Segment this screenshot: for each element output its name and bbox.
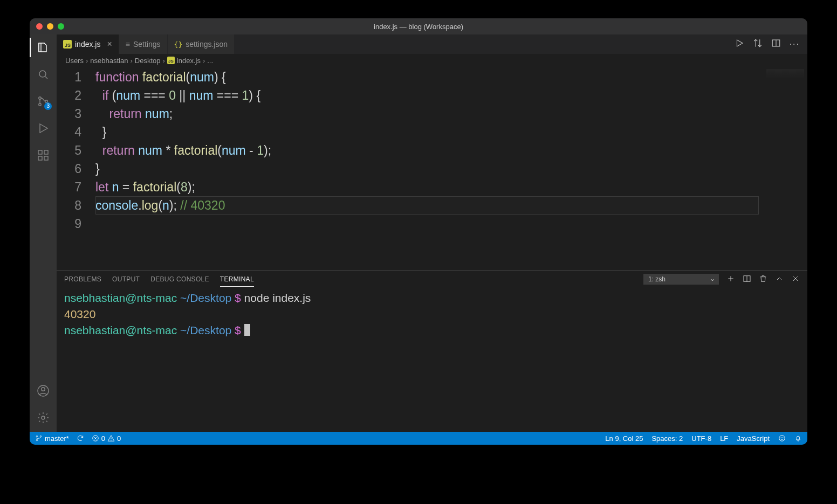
status-branch[interactable]: master* (35, 434, 69, 443)
code-line[interactable]: } (95, 160, 759, 178)
more-actions-icon[interactable]: ··· (790, 39, 800, 49)
tab-settings[interactable]: ≡ Settings (119, 34, 168, 54)
tab-label: Settings (133, 40, 161, 49)
status-eol[interactable]: LF (720, 434, 728, 443)
code-line[interactable]: console.log(n); // 40320 (95, 196, 759, 215)
breadcrumb[interactable]: Users› nsebhastian› Desktop› JS index.js… (57, 54, 807, 67)
explorer-icon[interactable] (36, 40, 51, 55)
run-debug-icon[interactable] (36, 121, 51, 136)
panel-tab-debug-console[interactable]: DEBUG CONSOLE (150, 272, 209, 286)
line-number: 9 (57, 215, 81, 233)
body-area: 3 JS index.js × (30, 34, 807, 432)
line-number-gutter: 123456789 (57, 67, 95, 270)
svg-point-10 (42, 416, 45, 419)
close-panel-icon[interactable] (791, 274, 800, 285)
editor[interactable]: 123456789 function factorial(num) { if (… (57, 67, 807, 270)
svg-point-14 (36, 439, 37, 440)
tab-label: index.js (75, 40, 100, 49)
code-line[interactable]: function factorial(num) { (95, 68, 759, 86)
settings-icon: ≡ (126, 40, 130, 49)
run-file-icon[interactable] (735, 38, 744, 50)
code-area[interactable]: function factorial(num) { if (num === 0 … (95, 67, 759, 270)
search-icon[interactable] (36, 67, 51, 82)
breadcrumb-segment[interactable]: Users (65, 57, 84, 65)
split-editor-icon[interactable] (771, 38, 781, 50)
breadcrumb-segment[interactable]: nsebhastian (90, 57, 128, 65)
terminal[interactable]: nsebhastian@nts-mac ~/Desktop $ node ind… (57, 288, 807, 432)
minimap[interactable] (759, 67, 807, 270)
compare-changes-icon[interactable] (753, 38, 763, 50)
scm-badge: 3 (44, 102, 52, 110)
line-number: 7 (57, 178, 81, 196)
js-file-icon: JS (63, 40, 72, 49)
branch-label: master* (45, 434, 69, 443)
maximize-window-button[interactable] (58, 23, 64, 30)
accounts-icon[interactable] (36, 383, 51, 398)
tab-close-icon[interactable]: × (107, 40, 112, 49)
vscode-window: index.js — blog (Workspace) 3 (30, 18, 807, 445)
svg-point-17 (111, 440, 112, 440)
svg-point-8 (42, 388, 45, 391)
panel-tab-problems[interactable]: PROBLEMS (64, 272, 101, 286)
tab-label: settings.json (186, 40, 228, 49)
minimize-window-button[interactable] (47, 23, 53, 30)
line-number: 8 (57, 196, 81, 215)
code-line[interactable]: return num * factorial(num - 1); (95, 141, 759, 160)
status-feedback-icon[interactable] (778, 434, 786, 442)
line-number: 3 (57, 105, 81, 123)
line-number: 5 (57, 141, 81, 160)
code-line[interactable]: return num; (95, 105, 759, 123)
line-number: 2 (57, 86, 81, 105)
window-controls (30, 23, 64, 30)
status-indentation[interactable]: Spaces: 2 (651, 434, 683, 443)
panel-tab-output[interactable]: OUTPUT (112, 272, 140, 286)
svg-rect-7 (44, 156, 48, 160)
svg-point-20 (783, 438, 783, 438)
terminal-picker[interactable]: 1: zsh (643, 274, 719, 285)
maximize-panel-icon[interactable] (775, 274, 784, 285)
status-sync[interactable] (77, 434, 84, 442)
tab-index-js[interactable]: JS index.js × (57, 34, 119, 54)
breadcrumb-file[interactable]: index.js (177, 57, 201, 65)
editor-group: JS index.js × ≡ Settings {} settings.jso… (57, 34, 807, 432)
line-number: 6 (57, 160, 81, 178)
panel-tab-terminal[interactable]: TERMINAL (220, 272, 254, 287)
editor-tabs: JS index.js × ≡ Settings {} settings.jso… (57, 34, 807, 54)
status-notifications-icon[interactable] (794, 434, 802, 442)
status-problems[interactable]: 0 0 (92, 434, 121, 443)
terminal-line: nsebhastian@nts-mac ~/Desktop $ (64, 322, 800, 339)
svg-point-1 (39, 97, 41, 99)
bottom-panel: PROBLEMS OUTPUT DEBUG CONSOLE TERMINAL 1… (57, 270, 807, 432)
svg-point-18 (779, 436, 785, 441)
source-control-icon[interactable]: 3 (36, 94, 51, 109)
settings-gear-icon[interactable] (36, 410, 51, 425)
titlebar: index.js — blog (Workspace) (30, 18, 807, 34)
window-title: index.js — blog (Workspace) (374, 23, 463, 31)
terminal-line: nsebhastian@nts-mac ~/Desktop $ node ind… (64, 290, 800, 306)
code-line[interactable]: if (num === 0 || num === 1) { (95, 86, 759, 105)
svg-point-2 (39, 103, 41, 106)
kill-terminal-icon[interactable] (759, 274, 767, 285)
breadcrumb-segment[interactable]: Desktop (135, 57, 161, 65)
svg-point-19 (781, 438, 781, 438)
close-window-button[interactable] (36, 23, 43, 30)
extensions-icon[interactable] (36, 148, 51, 163)
svg-rect-5 (44, 150, 48, 154)
svg-point-13 (36, 436, 37, 437)
status-cursor-position[interactable]: Ln 9, Col 25 (605, 434, 643, 443)
code-line[interactable]: } (95, 123, 759, 141)
tab-settings-json[interactable]: {} settings.json (168, 34, 235, 54)
status-language-mode[interactable]: JavaScript (737, 434, 770, 443)
terminal-cursor (244, 324, 250, 336)
svg-point-0 (39, 71, 46, 77)
new-terminal-icon[interactable] (726, 274, 735, 285)
status-encoding[interactable]: UTF-8 (691, 434, 711, 443)
status-bar: master* 0 0 Ln 9, Col 25 Spaces: 2 UTF-8… (30, 432, 807, 445)
js-file-icon: JS (167, 57, 175, 64)
editor-actions: ··· (727, 34, 807, 54)
code-line[interactable]: let n = factorial(8); (95, 178, 759, 196)
split-terminal-icon[interactable] (743, 274, 751, 285)
terminal-line: 40320 (64, 306, 800, 322)
svg-point-15 (40, 436, 41, 437)
warning-count: 0 (117, 434, 121, 443)
